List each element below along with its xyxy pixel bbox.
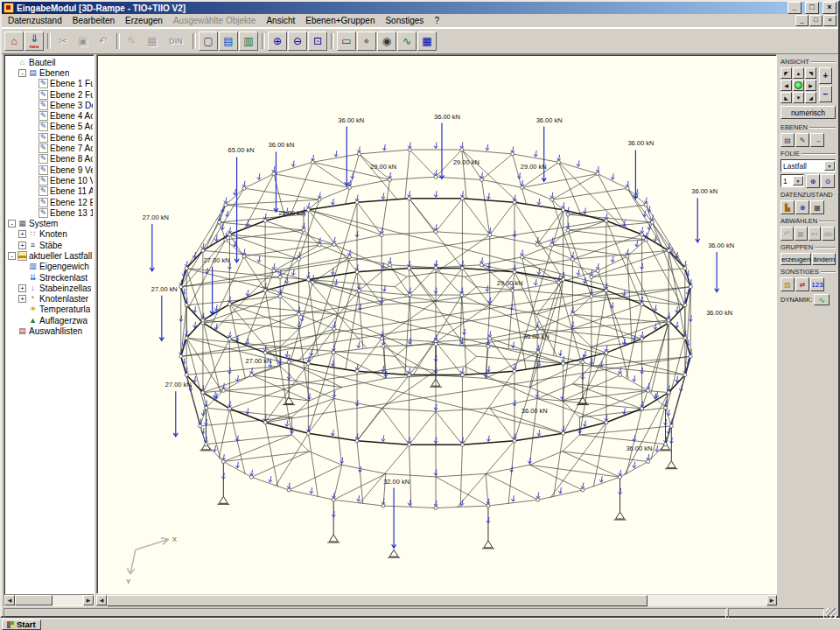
tree-scroll-track[interactable] bbox=[15, 595, 83, 606]
rotate-up-left-button[interactable]: ◤ bbox=[780, 67, 792, 79]
ebene-wechseln-button[interactable]: → bbox=[810, 133, 824, 147]
tree-scroll-left-button[interactable]: ◀ bbox=[4, 595, 15, 606]
zoom-out-icon[interactable]: ⊖ bbox=[288, 32, 307, 51]
tree-staebe[interactable]: +≡Stäbe bbox=[6, 240, 93, 250]
zoom-in-button[interactable]: + bbox=[819, 67, 832, 84]
tree-expander[interactable]: - bbox=[8, 252, 16, 260]
zoom-fenster-icon[interactable]: ⊡ bbox=[308, 32, 327, 51]
view-reset-button[interactable] bbox=[793, 80, 804, 91]
canvas-scroll-right-button[interactable]: ▶ bbox=[766, 595, 777, 606]
title-bar[interactable]: EingabeModul [3D-Rampe - TIO+TIIO V2] _ … bbox=[2, 2, 838, 14]
ebenen-icon[interactable]: ▤ bbox=[219, 32, 238, 51]
tree-auflagerzwang[interactable]: ▲Auflagerzwa bbox=[6, 315, 93, 326]
canvas-scroll-track[interactable] bbox=[107, 595, 766, 606]
tree-ebene-1[interactable]: ✎Ebene 1 Fun bbox=[6, 79, 93, 89]
canvas-scroll-left-button[interactable]: ◀ bbox=[96, 595, 107, 606]
tree-ebenen[interactable]: -▤Ebenen bbox=[6, 67, 93, 78]
tree-ebene-4[interactable]: ✎Ebene 4 Ach bbox=[6, 110, 93, 121]
rotate-left-button[interactable]: ◀ bbox=[780, 80, 792, 91]
rotate-up-button[interactable]: ▲ bbox=[793, 67, 804, 79]
chevron-down-icon[interactable]: ▼ bbox=[824, 161, 835, 171]
menu-bearbeiten[interactable]: Bearbeiten bbox=[67, 15, 120, 26]
kamera-icon[interactable]: ◉ bbox=[377, 32, 396, 51]
tree-stabeinzellast[interactable]: +↓Stabeinzellas bbox=[6, 283, 93, 293]
gruppen-erzeugen-button[interactable]: erzeugen bbox=[780, 253, 811, 265]
tree-ebene-9[interactable]: ✎Ebene 9 Ve bbox=[6, 164, 93, 175]
tree-temperaturlast[interactable]: ☀Temperaturla bbox=[6, 304, 93, 315]
diagramm-icon[interactable]: ∿ bbox=[397, 32, 416, 51]
tree-ebene-6[interactable]: ✎Ebene 6 Ach bbox=[6, 132, 93, 143]
maximize-button[interactable]: □ bbox=[805, 2, 819, 14]
folie-suchen-button[interactable]: ⊙ bbox=[821, 174, 835, 188]
tree-expander[interactable]: - bbox=[8, 220, 16, 228]
menu-sonstiges[interactable]: Sonstiges bbox=[380, 15, 429, 26]
fenster-icon[interactable]: ▢ bbox=[199, 32, 218, 51]
neu-laden-icon[interactable]: ⇓neu bbox=[24, 32, 44, 51]
tree-ebene-11[interactable]: ✎Ebene 11 Aus bbox=[6, 186, 93, 197]
menu-hilfe[interactable]: ? bbox=[429, 15, 444, 26]
gebaeude-icon[interactable]: ▦ bbox=[417, 32, 437, 51]
rotate-down-left-button[interactable]: ◣ bbox=[780, 92, 792, 103]
lastfall-select[interactable]: Lastfall ▼ bbox=[780, 159, 836, 172]
rotate-down-button[interactable]: ▼ bbox=[793, 92, 804, 103]
ebene-neu-button[interactable]: ▤ bbox=[780, 133, 794, 147]
close-button[interactable]: × bbox=[822, 2, 836, 14]
tree-ebene-2[interactable]: ✎Ebene 2 Fug bbox=[6, 89, 93, 100]
notizbuch-icon[interactable]: ▥ bbox=[239, 32, 258, 51]
menu-erzeugen[interactable]: Erzeugen bbox=[120, 15, 168, 26]
gruppen-aendern-button[interactable]: ändern bbox=[812, 253, 836, 265]
tree-expander[interactable]: + bbox=[18, 242, 26, 249]
tree-expander[interactable]: + bbox=[18, 230, 26, 238]
drawing-canvas[interactable]: 36.00 kN36.00 kN36.00 kN36.00 kN65.00 kN… bbox=[96, 54, 777, 594]
tree-bauteil[interactable]: ⌂Bauteil bbox=[6, 57, 93, 67]
tree-ebene-7[interactable]: ✎Ebene 7 Ac bbox=[6, 143, 93, 153]
maus-icon[interactable]: ⌖ bbox=[357, 32, 376, 51]
dynamik-button[interactable]: ∿ bbox=[814, 294, 830, 305]
datenzustand-pruefen-button[interactable]: ⊕ bbox=[795, 200, 809, 214]
numerisch-button[interactable]: numerisch bbox=[780, 106, 836, 119]
tree-expander[interactable]: + bbox=[18, 284, 26, 292]
tree-auswahllisten[interactable]: ▤Auswahllisten bbox=[6, 326, 93, 336]
chevron-down-icon[interactable]: ▼ bbox=[793, 176, 803, 186]
mdi-close-button[interactable]: × bbox=[823, 15, 836, 26]
tree-hscrollbar[interactable]: ◀ ▶ bbox=[4, 594, 94, 606]
mdi-minimize-button[interactable]: _ bbox=[795, 15, 808, 26]
tree-streckenlast[interactable]: ⇊Streckenlast bbox=[6, 272, 93, 283]
tree-ebene-13[interactable]: ✎Ebene 13 1O bbox=[6, 207, 93, 218]
tree-knotenlasten[interactable]: +*Knotenlaster bbox=[6, 294, 93, 304]
tree-ebene-10[interactable]: ✎Ebene 10 Ve bbox=[6, 175, 93, 186]
menu-ebenen-gruppen[interactable]: Ebenen+Gruppen bbox=[300, 15, 380, 26]
tree-ebene-12[interactable]: ✎Ebene 12 EG bbox=[6, 197, 93, 207]
tree-knoten[interactable]: +∷Knoten bbox=[6, 229, 93, 240]
ebene-bearbeiten-button[interactable]: ✎ bbox=[795, 133, 809, 147]
tree-lastfall[interactable]: -▬aktueller Lastfall bbox=[6, 250, 93, 261]
tree-scroll-right-button[interactable]: ▶ bbox=[83, 595, 94, 606]
rotate-up-right-button[interactable]: ◥ bbox=[805, 67, 816, 79]
drucken-icon[interactable]: ▭ bbox=[337, 32, 356, 51]
rotate-right-button[interactable]: ▶ bbox=[805, 80, 816, 91]
richtung-button[interactable]: ⇄ bbox=[795, 277, 809, 291]
mdi-restore-button[interactable]: □ bbox=[809, 15, 822, 26]
tree-ebene-5[interactable]: ✎Ebene 5 Ach bbox=[6, 122, 93, 132]
minimize-button[interactable]: _ bbox=[788, 2, 802, 14]
canvas-hscrollbar[interactable]: ◀ ▶ bbox=[96, 595, 777, 606]
nummerierung-button[interactable]: 123 bbox=[810, 277, 824, 291]
tree-ebene-8[interactable]: ✎Ebene 8 Ach bbox=[6, 154, 93, 164]
zoom-out-button[interactable]: − bbox=[819, 86, 832, 102]
start-button[interactable]: Start bbox=[2, 620, 41, 630]
menu-datenzustand[interactable]: Datenzustand bbox=[3, 15, 67, 26]
folie-number-select[interactable]: 1 ▼ bbox=[780, 174, 804, 187]
tree-system[interactable]: -▦System bbox=[6, 218, 93, 228]
zoom-in-icon[interactable]: ⊕ bbox=[268, 32, 287, 51]
tree-scroll-thumb[interactable] bbox=[15, 595, 52, 606]
tree-expander[interactable]: + bbox=[18, 295, 26, 303]
tree-expander[interactable]: - bbox=[18, 69, 26, 77]
datenzustand-rechnen-button[interactable]: ▦ bbox=[810, 200, 824, 214]
neues-bauteil-icon[interactable]: ⌂ bbox=[4, 32, 24, 51]
folie-zoom-button[interactable]: ⊕ bbox=[806, 174, 820, 188]
menu-ansicht[interactable]: Ansicht bbox=[261, 15, 300, 26]
tree-eigengewicht[interactable]: ▥Eigengewich bbox=[6, 262, 93, 272]
canvas-scroll-thumb[interactable] bbox=[107, 595, 648, 606]
farben-button[interactable]: ▨ bbox=[780, 277, 794, 291]
tree-ebene-3[interactable]: ✎Ebene 3 Dec bbox=[6, 100, 93, 110]
